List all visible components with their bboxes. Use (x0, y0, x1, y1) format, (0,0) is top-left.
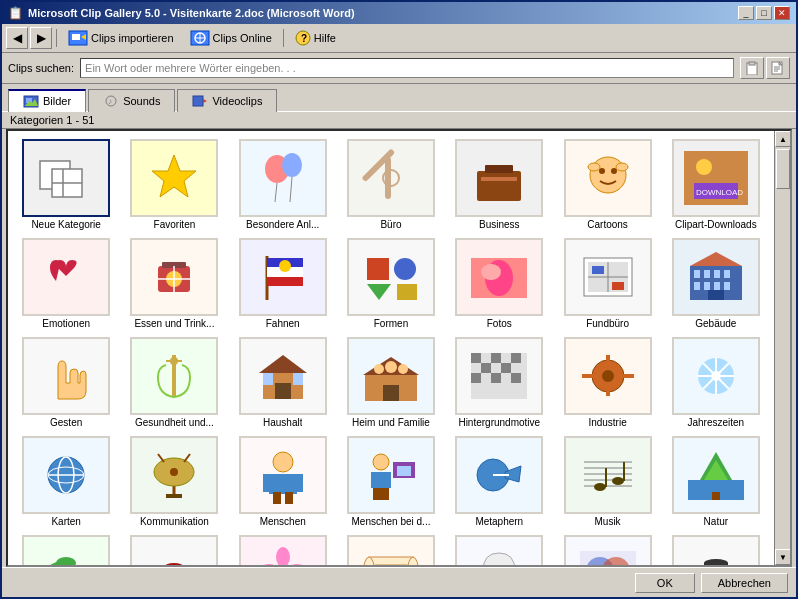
svg-point-163 (56, 557, 76, 565)
scroll-up-button[interactable]: ▲ (775, 131, 791, 147)
category-row4-4[interactable]: ... (339, 533, 443, 565)
category-neue-kategorie-img (22, 139, 110, 217)
category-clipart-downloads[interactable]: DOWNLOAD Clipart-Downloads (664, 137, 768, 232)
gallery-scroll-area[interactable]: Neue Kategorie Favoriten (8, 131, 774, 565)
svg-rect-88 (293, 373, 303, 385)
minimize-button[interactable]: _ (738, 6, 754, 20)
tab-sounds-label: Sounds (123, 95, 160, 107)
toolbar-separator-2 (283, 29, 284, 47)
back-button[interactable]: ◀ (6, 27, 28, 49)
svg-rect-142 (397, 466, 411, 476)
category-heim-und-familie[interactable]: Heim und Familie (339, 335, 443, 430)
svg-rect-57 (367, 258, 389, 280)
clips-import-button[interactable]: Clips importieren (61, 27, 181, 49)
category-gesundheit[interactable]: Gesundheit und... (122, 335, 226, 430)
svg-point-172 (276, 547, 290, 565)
scroll-down-button[interactable]: ▼ (775, 549, 791, 565)
category-metaphern[interactable]: Metaphern (447, 434, 551, 529)
category-row4-2[interactable]: ... (122, 533, 226, 565)
category-karten[interactable]: Karten (14, 434, 118, 529)
favoriten-icon (138, 147, 210, 209)
category-fahnen[interactable]: Fahnen (231, 236, 335, 331)
business-icon (463, 147, 535, 209)
pattern-icon (463, 345, 535, 407)
svg-rect-110 (511, 373, 521, 383)
clips-online-button[interactable]: Clips Online (183, 27, 279, 49)
svg-rect-35 (477, 171, 521, 201)
category-gebaeude[interactable]: Gebäude (664, 236, 768, 331)
category-row4-5[interactable]: ... (447, 533, 551, 565)
category-kommunikation[interactable]: Kommunikation (122, 434, 226, 529)
svg-rect-102 (481, 363, 491, 373)
category-gesten-label: Gesten (50, 417, 82, 428)
search-bar: Clips suchen: (2, 53, 796, 84)
search-input[interactable] (80, 58, 734, 78)
category-buero[interactable]: Büro (339, 137, 443, 232)
category-metaphern-img (455, 436, 543, 514)
category-jahreszeiten[interactable]: Jahreszeiten (664, 335, 768, 430)
category-fundbuero[interactable]: Fundbüro (555, 236, 659, 331)
search-clipboard-button[interactable] (740, 57, 764, 79)
window-frame: 📋 Microsoft Clip Gallery 5.0 - Visitenka… (0, 0, 798, 599)
category-gesten[interactable]: Gesten (14, 335, 118, 430)
category-row4-6[interactable]: ... (555, 533, 659, 565)
category-industrie[interactable]: Industrie (555, 335, 659, 430)
tab-bilder[interactable]: Bilder (8, 89, 86, 112)
downloads-icon: DOWNLOAD (680, 147, 752, 209)
svg-point-94 (398, 364, 408, 374)
category-cartoons[interactable]: Cartoons (555, 137, 659, 232)
category-besondere-anlaesse[interactable]: Besondere Anl... (231, 137, 335, 232)
svg-rect-76 (704, 282, 710, 290)
svg-rect-108 (491, 373, 501, 383)
category-menschen-bei[interactable]: Menschen bei d... (339, 434, 443, 529)
svg-point-175 (287, 564, 307, 565)
buero-icon (355, 147, 427, 209)
tab-videoclips[interactable]: Videoclips (177, 89, 277, 112)
svg-rect-107 (481, 373, 491, 383)
category-menschen[interactable]: Menschen (231, 434, 335, 529)
category-buero-label: Büro (380, 219, 401, 230)
search-document-button[interactable] (766, 57, 790, 79)
category-haushalt[interactable]: Haushalt (231, 335, 335, 430)
food-icon (138, 246, 210, 308)
svg-point-63 (481, 264, 501, 280)
category-natur[interactable]: Natur (664, 434, 768, 529)
svg-marker-59 (367, 284, 391, 300)
category-essen-und-trinken[interactable]: Essen und Trink... (122, 236, 226, 331)
category-emotionen-label: Emotionen (42, 318, 90, 329)
svg-point-152 (594, 483, 606, 491)
help-button[interactable]: ? Hilfe (288, 27, 343, 49)
category-menschen-label: Menschen (260, 516, 306, 527)
category-emotionen[interactable]: Emotionen (14, 236, 118, 331)
svg-rect-159 (712, 492, 720, 500)
svg-rect-136 (293, 474, 303, 492)
category-business-img (455, 139, 543, 217)
category-row4-3[interactable]: ... (231, 533, 335, 565)
category-hintergrundmotive[interactable]: Hintergrundmotive (447, 335, 551, 430)
tab-sounds[interactable]: ♪ Sounds (88, 89, 175, 112)
svg-rect-105 (511, 363, 521, 373)
category-business[interactable]: Business (447, 137, 551, 232)
svg-point-41 (588, 163, 600, 171)
scroll-track[interactable] (775, 147, 790, 549)
maximize-button[interactable]: □ (756, 6, 772, 20)
category-favoriten[interactable]: Favoriten (122, 137, 226, 232)
category-musik[interactable]: Musik (555, 434, 659, 529)
close-button[interactable]: ✕ (774, 6, 790, 20)
ok-button[interactable]: OK (635, 573, 695, 593)
category-formen[interactable]: Formen (339, 236, 443, 331)
hydrant-icon (138, 543, 210, 565)
toolbar-separator-1 (56, 29, 57, 47)
category-row4-7[interactable]: ... (664, 533, 768, 565)
category-neue-kategorie[interactable]: Neue Kategorie (14, 137, 118, 232)
category-fotos[interactable]: Fotos (447, 236, 551, 331)
category-gesundheit-img (130, 337, 218, 415)
svg-rect-73 (714, 270, 720, 278)
forward-button[interactable]: ▶ (30, 27, 52, 49)
svg-rect-98 (491, 353, 501, 363)
cancel-button[interactable]: Abbrechen (701, 573, 788, 593)
category-row4-1[interactable]: ... (14, 533, 118, 565)
gallery-grid: Neue Kategorie Favoriten (14, 137, 768, 565)
svg-point-112 (602, 370, 614, 382)
scroll-thumb[interactable] (776, 149, 790, 189)
